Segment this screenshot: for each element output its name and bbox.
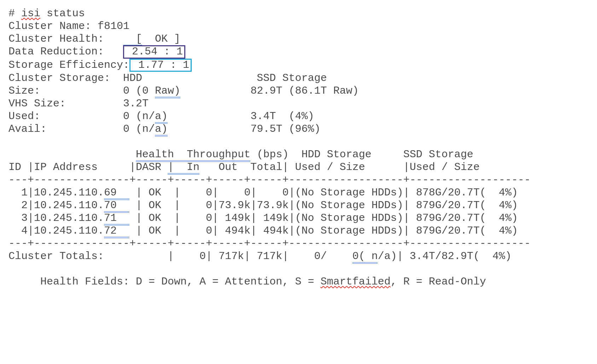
row-rest: OK | 0| 494k| 494k|(No Storage HDDs)| 87… [142, 225, 518, 237]
row-rest: OK | 0| 0| 0|(No Storage HDDs)| 878G/20.… [142, 187, 518, 199]
ip-last-octet: 72 [104, 225, 129, 238]
used-gap [168, 110, 250, 122]
cluster-totals-rest: /a)| 3.4T/82.9T( 4%) [378, 250, 511, 262]
legend-smartfailed: Smartfailed [320, 276, 390, 288]
vhs-line: VHS Size: 3.2T [8, 98, 149, 110]
cluster-storage-line: Cluster Storage: HDD SSD Storage [8, 72, 327, 84]
table-header2-rest: Out Total| Used / Size |Used / Size [199, 161, 480, 173]
table-header1-rest: (bps) HDD Storage SSD Storage [250, 148, 473, 160]
table-header1-pad [8, 148, 136, 160]
cluster-health-ok: OK ] [142, 33, 180, 45]
table-header2-a: ID |IP Address |DASR [8, 161, 168, 173]
data-reduction-label: Data Reduction: [8, 46, 123, 58]
size-label: Size: 0 (0 [8, 85, 155, 97]
row-rest: OK | 0| 149k| 149k|(No Storage HDDs)| 87… [142, 212, 518, 224]
size-gap [180, 85, 250, 97]
table-row: 1|10.245.110. [8, 187, 104, 199]
used-ssd: 3.4T (4%) [250, 110, 314, 122]
row-pipe: | [129, 212, 142, 224]
table-row: 4|10.245.110. [8, 225, 104, 237]
used-hdd-na: a) [155, 110, 168, 124]
cluster-health-bracket: [ [123, 33, 142, 46]
table-separator: ---+---------------+-----+-----+-----+--… [8, 237, 531, 249]
table-header1-underlined: Health Throughput [136, 148, 250, 162]
ip-last-octet: 69 [104, 187, 129, 200]
cluster-totals-hdd: 0( n [352, 250, 378, 264]
cluster-totals-a: Cluster Totals: | 0| 717k| 717k| 0/ [8, 250, 352, 262]
cluster-name-label: Cluster Name: [8, 20, 98, 32]
row-rest: OK | 0|73.9k|73.9k|(No Storage HDDs)| 87… [142, 199, 518, 211]
data-reduction-value: 2.54 : 1 [123, 45, 185, 59]
table-separator: ---+---------------+-----+-----+-----+--… [8, 174, 531, 186]
avail-gap [168, 123, 250, 135]
size-ssd: 82.9T (86.1T Raw) [250, 85, 359, 97]
row-pipe: | [129, 199, 142, 211]
avail-hdd-na: a) [155, 123, 168, 136]
prompt: # [8, 7, 21, 19]
legend-rest: , R = Read-Only [390, 276, 486, 288]
avail-ssd: 79.5T (96%) [250, 123, 320, 135]
command-rest: status [40, 7, 85, 19]
ip-last-octet: 70 [104, 199, 129, 213]
ip-last-octet: 71 [104, 212, 129, 225]
legend-a: Health Fields: D = Down, A = Attention, … [8, 276, 320, 288]
storage-efficiency-label: Storage Efficiency: [8, 59, 129, 71]
row-pipe: | [129, 187, 142, 199]
table-row: 3|10.245.110. [8, 212, 104, 224]
avail-label: Avail: 0 (n/ [8, 123, 155, 135]
terminal-output: # isi status Cluster Name: f8101 Cluster… [0, 0, 597, 295]
table-header2-in: | In [168, 161, 199, 175]
used-label: Used: 0 (n/ [8, 110, 155, 122]
table-row: 2|10.245.110. [8, 199, 104, 211]
cluster-health-label: Cluster Health: [8, 33, 123, 45]
storage-efficiency-value: 1.77 : 1 [129, 59, 192, 72]
row-pipe: | [129, 225, 142, 237]
cluster-name-value: f8101 [98, 20, 129, 32]
command-isi: isi [21, 7, 40, 19]
size-hdd-raw: Raw) [155, 85, 180, 98]
